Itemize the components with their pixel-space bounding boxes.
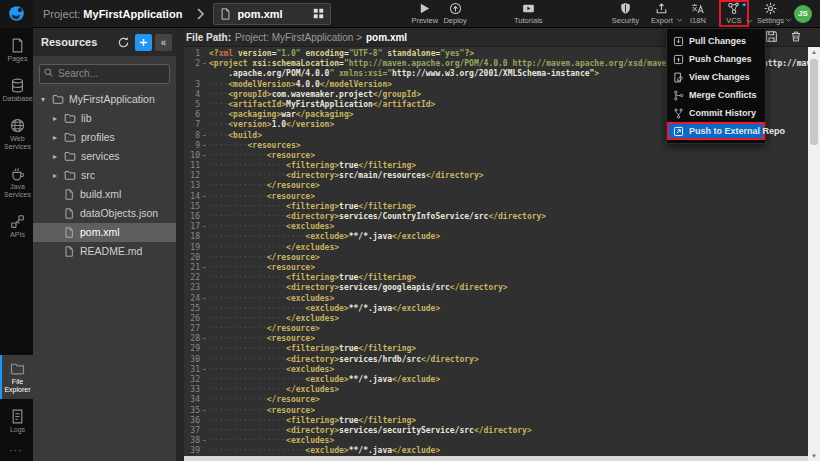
code-line-13: 13············</resource> xyxy=(184,181,808,191)
wavemaker-logo-icon xyxy=(8,5,25,22)
tab-pom-xml[interactable]: pom.xml xyxy=(213,3,331,25)
page-icon xyxy=(10,38,25,53)
sidebar-item-web-services[interactable]: Web Services xyxy=(0,112,33,156)
chevron-right-icon xyxy=(196,8,205,20)
search-icon xyxy=(43,67,54,78)
vertical-scrollbar-thumb[interactable] xyxy=(810,59,818,145)
code-line-15: 15················<filtering>true</filte… xyxy=(184,202,808,212)
resources-title: Resources xyxy=(41,36,112,48)
code-line-39: 39····················<exclude>**/*.java… xyxy=(184,446,808,456)
refresh-button[interactable] xyxy=(115,34,132,51)
sidebar-overflow-button[interactable]: ... xyxy=(0,439,33,461)
filepath-current-file: pom.xml xyxy=(366,32,407,43)
grid-icon[interactable] xyxy=(313,8,324,19)
history-icon xyxy=(673,108,684,119)
menu-item-commit-history[interactable]: Commit History xyxy=(667,104,765,122)
search-input[interactable] xyxy=(39,64,170,84)
scroll-up-icon[interactable]: ▲ xyxy=(811,47,817,57)
chevron-down-icon xyxy=(746,10,753,28)
editor-vertical-scrollbar[interactable]: ▲ ▼ xyxy=(808,47,820,461)
export-label: Export xyxy=(651,16,673,25)
chevron-right-icon[interactable]: ▸ xyxy=(53,152,64,161)
merge-icon xyxy=(673,90,684,101)
scroll-down-icon[interactable]: ▼ xyxy=(811,451,817,461)
chevron-down-icon[interactable]: ▾ xyxy=(41,95,52,104)
tree-item-dataobjects-json[interactable]: dataObjects.json xyxy=(33,204,176,223)
i18n-button[interactable]: I18N xyxy=(683,1,713,26)
code-line-30: 30················<directory>services/hr… xyxy=(184,355,808,365)
i18n-label: I18N xyxy=(690,16,706,25)
sidebar-item-logs[interactable]: Logs xyxy=(0,403,33,439)
code-line-18: 18····················<exclude>**/*.java… xyxy=(184,232,808,242)
resources-header: Resources « xyxy=(33,28,176,56)
tree-item-profiles[interactable]: ▸profiles xyxy=(33,128,176,147)
tree-item-myfirstapplication[interactable]: ▾MyFirstApplication xyxy=(33,90,176,109)
filepath-path: Project: MyFirstApplication > xyxy=(235,32,362,43)
editor-horizontal-scrollbar[interactable] xyxy=(184,456,808,461)
activity-bar: PagesDatabasesWeb ServicesJava ServicesA… xyxy=(0,28,33,461)
menu-item-push-to-external-repo[interactable]: Push to External Repo xyxy=(667,122,765,140)
export-button[interactable]: Export xyxy=(647,1,677,26)
tree-item-pom-xml[interactable]: pom.xml xyxy=(33,223,176,242)
view-icon xyxy=(673,72,684,83)
sidebar-item-file-explorer[interactable]: File Explorer xyxy=(0,355,33,399)
code-line-37: 37················<directory>services/se… xyxy=(184,426,808,436)
sidebar-item-pages[interactable]: Pages xyxy=(0,32,33,68)
code-line-29: 29················<filtering>true</filte… xyxy=(184,344,808,354)
wavemaker-ide-window: Project: MyFirstApplication pom.xml Prev… xyxy=(0,0,820,461)
delete-button[interactable] xyxy=(790,30,802,43)
security-button[interactable]: Security xyxy=(610,1,641,26)
tree-item-services[interactable]: ▸services xyxy=(33,147,176,166)
folder-icon xyxy=(10,361,25,376)
gear-icon xyxy=(764,2,777,15)
topbar: Project: MyFirstApplication pom.xml Prev… xyxy=(0,0,820,28)
tree-item-lib[interactable]: ▸lib xyxy=(33,109,176,128)
vcs-button[interactable]: VCS* xyxy=(719,0,749,27)
code-line-31: 31-················<excludes> xyxy=(184,365,808,375)
tree-item-build-xml[interactable]: build.xml xyxy=(33,185,176,204)
app-logo-icon[interactable] xyxy=(0,0,33,28)
api-icon xyxy=(10,214,25,229)
code-line-36: 36················<filtering>true</filte… xyxy=(184,416,808,426)
deploy-icon xyxy=(449,2,462,15)
menu-item-view-changes[interactable]: View Changes xyxy=(667,68,765,86)
code-line-10: 10-············<resource> xyxy=(184,151,808,161)
tree-item-readme-md[interactable]: README.md xyxy=(33,242,176,261)
file-icon xyxy=(220,8,231,20)
file-icon xyxy=(64,246,75,257)
menu-item-push-changes[interactable]: Push Changes xyxy=(667,50,765,68)
chevron-right-icon[interactable]: ▸ xyxy=(53,171,64,180)
sidebar-item-java-services[interactable]: Java Services xyxy=(0,160,33,204)
add-resource-button[interactable] xyxy=(135,34,152,51)
menu-item-merge-conflicts[interactable]: Merge Conflicts xyxy=(667,86,765,104)
filepath-label: File Path: xyxy=(186,32,231,43)
vcs-changes-badge: * xyxy=(742,1,746,11)
tutorials-button[interactable]: Tutorials xyxy=(512,1,544,26)
menu-item-pull-changes[interactable]: Pull Changes xyxy=(667,32,765,50)
code-line-20: 20············</resource> xyxy=(184,253,808,263)
chevron-right-icon[interactable]: ▸ xyxy=(53,114,64,123)
save-button[interactable] xyxy=(765,30,778,43)
code-line-11: 11················<filtering>true</filte… xyxy=(184,161,808,171)
deploy-button[interactable]: Deploy xyxy=(440,1,470,26)
tree-item-src[interactable]: ▸src xyxy=(33,166,176,185)
play-icon xyxy=(418,2,431,15)
tutorials-label: Tutorials xyxy=(514,16,542,25)
user-avatar[interactable]: JS xyxy=(794,5,812,23)
settings-button[interactable]: Settings xyxy=(755,1,786,26)
code-line-14: 14-············<resource> xyxy=(184,192,808,202)
project-label: Project: xyxy=(43,8,80,20)
code-line-34: 34············</resource> xyxy=(184,395,808,405)
logdoc-icon xyxy=(10,409,25,424)
sidebar-item-apis[interactable]: APIs xyxy=(0,208,33,244)
preview-button[interactable]: Preview xyxy=(409,1,440,26)
preview-label: Preview xyxy=(411,16,438,25)
plus-icon xyxy=(138,37,149,48)
db-icon xyxy=(10,78,25,93)
sidebar-item-databases[interactable]: Databases xyxy=(0,72,33,108)
chevron-right-icon[interactable]: ▸ xyxy=(53,133,64,142)
search-box xyxy=(39,63,170,84)
tab-label: pom.xml xyxy=(237,8,307,20)
collapse-panel-button[interactable]: « xyxy=(155,34,172,51)
topbar-actions-right: SecurityExportI18NVCS*Settings xyxy=(610,0,792,27)
